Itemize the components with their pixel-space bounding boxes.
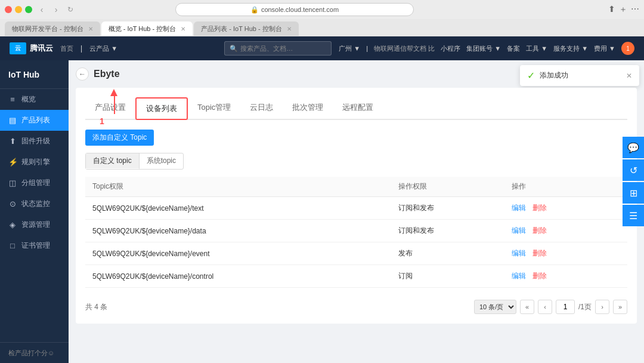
breadcrumb-text: 物联网通信帮文档 比 xyxy=(374,44,435,53)
pagination-total: 共 4 条 xyxy=(85,302,107,312)
notification-close[interactable]: ✕ xyxy=(626,72,632,80)
cell-topic-3: 5QLW69Q2UK/${deviceName}/control xyxy=(85,265,391,288)
tool-filing[interactable]: 备案 xyxy=(507,44,520,53)
edit-btn-3[interactable]: 编辑 xyxy=(512,271,526,281)
col-header-topic: Topic权限 xyxy=(85,177,391,197)
tab-batch[interactable]: 批次管理 xyxy=(283,97,333,120)
delete-btn-3[interactable]: 删除 xyxy=(532,271,547,281)
sidebar-item-label-rules: 规则引擎 xyxy=(21,157,50,167)
tool-tools[interactable]: 工具 ▼ xyxy=(526,44,547,53)
browser-tab-1[interactable]: 概览 - IoT Hub - 控制台 ✕ xyxy=(101,21,193,36)
tool-xiaochen[interactable]: 小程序 xyxy=(441,44,460,53)
tab-topic-mgmt-label: Topic管理 xyxy=(197,103,231,112)
sub-tab-system[interactable]: 系统topic xyxy=(140,153,183,169)
product-card: 1 产品设置 设备列表 Topic管理 云日志 批次管理 xyxy=(76,88,637,324)
region-label: 广州 ▼ xyxy=(339,44,360,53)
sub-tab-custom[interactable]: 自定义 topic xyxy=(86,153,140,169)
delete-btn-1[interactable]: 删除 xyxy=(532,226,547,236)
back-arrow[interactable]: ‹ xyxy=(36,4,48,16)
tc-home-link[interactable]: 首页 xyxy=(60,44,73,53)
status-icon: ⊙ xyxy=(8,199,17,208)
tab-logs[interactable]: 云日志 xyxy=(240,97,283,120)
resources-icon: ◈ xyxy=(8,220,17,229)
delete-btn-2[interactable]: 删除 xyxy=(532,248,547,259)
region-selector[interactable]: 广州 ▼ xyxy=(339,44,360,53)
more-icon[interactable]: ⋯ xyxy=(631,4,639,15)
float-refresh-btn[interactable]: ↺ xyxy=(623,159,644,181)
annotation: 1 xyxy=(100,89,117,126)
user-avatar[interactable]: 1 xyxy=(621,42,634,55)
next-page-btn[interactable]: › xyxy=(595,300,609,314)
sidebar-item-resources[interactable]: ◈ 资源管理 xyxy=(0,214,69,235)
float-buttons: 💬 ↺ ⊞ ☰ xyxy=(623,137,644,226)
tc-logo-text: 腾讯云 xyxy=(30,43,53,54)
page-size-select[interactable]: 10 条/页 20 条/页 50 条/页 xyxy=(474,300,516,314)
close-btn[interactable] xyxy=(5,6,12,13)
cell-topic-2: 5QLW69Q2UK/${deviceName}/event xyxy=(85,242,391,265)
first-page-btn[interactable]: « xyxy=(520,300,534,314)
edit-btn-0[interactable]: 编辑 xyxy=(512,203,526,213)
delete-btn-0[interactable]: 删除 xyxy=(532,203,547,213)
back-button[interactable]: ← xyxy=(76,67,89,81)
tool-fee[interactable]: 费用 ▼ xyxy=(594,44,615,53)
forward-arrow[interactable]: › xyxy=(50,4,62,16)
tc-search[interactable]: 🔍 搜索产品、文档… xyxy=(224,41,332,56)
page-total-label: /1页 xyxy=(578,302,592,312)
sub-tab-custom-label: 自定义 topic xyxy=(93,156,132,165)
tab-close-2[interactable]: ✕ xyxy=(287,26,292,32)
browser-tab-2[interactable]: 产品列表 - IoT Hub - 控制台 ✕ xyxy=(194,21,298,36)
notification: ✓ 添加成功 ✕ xyxy=(520,65,639,86)
browser-tab-0[interactable]: 物联网开发平台 - 控制台 ✕ xyxy=(5,21,100,36)
sidebar: IoT Hub ≡ 概览 ▤ 产品列表 ⬆ 固件升级 ⚡ 规则引擎 ◫ 分组管理… xyxy=(0,60,69,363)
address-bar[interactable]: 🔒 console.cloud.tencent.com xyxy=(175,3,414,16)
float-grid-btn[interactable]: ⊞ xyxy=(623,182,644,204)
edit-btn-1[interactable]: 编辑 xyxy=(512,226,526,236)
sidebar-item-overview[interactable]: ≡ 概览 xyxy=(0,89,69,110)
tab-close-0[interactable]: ✕ xyxy=(88,26,93,32)
prev-page-btn[interactable]: ‹ xyxy=(538,300,552,314)
float-menu-btn[interactable]: ☰ xyxy=(623,205,644,226)
tool-group[interactable]: 集团账号 ▼ xyxy=(466,44,501,53)
tab-device-topics[interactable]: 设备列表 xyxy=(135,97,188,120)
add-topic-button[interactable]: 添加自定义 Topic xyxy=(85,130,154,146)
sep2: | xyxy=(366,45,368,52)
tab-label-1: 概览 - IoT Hub - 控制台 xyxy=(109,24,176,33)
success-icon: ✓ xyxy=(527,70,535,81)
sidebar-item-label-distribution: 分组管理 xyxy=(21,178,50,188)
distribution-icon: ◫ xyxy=(8,179,17,187)
notification-text: 添加成功 xyxy=(540,70,621,81)
cell-permission-0: 订阅和发布 xyxy=(391,197,504,220)
tool-support[interactable]: 服务支持 ▼ xyxy=(553,44,588,53)
pagination-controls: 10 条/页 20 条/页 50 条/页 « ‹ /1页 › » xyxy=(474,300,627,314)
float-chat-btn[interactable]: 💬 xyxy=(623,137,644,158)
sub-tab-system-label: 系统topic xyxy=(147,156,176,165)
main-layout: IoT Hub ≡ 概览 ▤ 产品列表 ⬆ 固件升级 ⚡ 规则引擎 ◫ 分组管理… xyxy=(0,60,644,363)
tab-remote-config[interactable]: 远程配置 xyxy=(333,97,383,120)
share-icon[interactable]: ⬆ xyxy=(608,4,615,15)
search-placeholder: 搜索产品、文档… xyxy=(240,44,293,53)
sidebar-item-product-list[interactable]: ▤ 产品列表 xyxy=(0,110,69,131)
data-table: Topic权限 操作权限 操作 5QLW69Q2UK/${deviceName}… xyxy=(85,177,627,288)
table-row: 5QLW69Q2UK/${deviceName}/data 订阅和发布 编辑 删… xyxy=(85,220,627,242)
sidebar-item-certs[interactable]: □ 证书管理 xyxy=(0,235,69,256)
page-number-input[interactable] xyxy=(556,300,575,314)
sidebar-item-label-product-list: 产品列表 xyxy=(21,115,50,125)
tab-close-1[interactable]: ✕ xyxy=(181,26,185,32)
sidebar-item-status[interactable]: ⊙ 状态监控 xyxy=(0,193,69,214)
sidebar-item-label-resources: 资源管理 xyxy=(21,220,50,230)
tc-products-link[interactable]: 云产品 ▼ xyxy=(89,44,117,53)
max-btn[interactable] xyxy=(25,6,32,13)
last-page-btn[interactable]: » xyxy=(613,300,627,314)
sidebar-item-firmware[interactable]: ⬆ 固件升级 xyxy=(0,131,69,152)
tc-header: 云 腾讯云 首页 | 云产品 ▼ 🔍 搜索产品、文档… 广州 ▼ | 物联网通信… xyxy=(0,36,644,60)
sidebar-logo: IoT Hub xyxy=(0,60,69,89)
nav-tabs: 产品设置 设备列表 Topic管理 云日志 批次管理 远程配置 xyxy=(85,97,627,120)
refresh-arrow[interactable]: ↻ xyxy=(64,4,76,16)
min-btn[interactable] xyxy=(15,6,22,13)
sidebar-item-rules[interactable]: ⚡ 规则引擎 xyxy=(0,152,69,173)
tab-topic-mgmt[interactable]: Topic管理 xyxy=(188,97,240,120)
sidebar-item-distribution[interactable]: ◫ 分组管理 xyxy=(0,173,69,193)
browser-nav: ‹ › ↻ xyxy=(36,4,76,16)
add-tab-icon[interactable]: ＋ xyxy=(619,4,627,15)
edit-btn-2[interactable]: 编辑 xyxy=(512,248,526,259)
